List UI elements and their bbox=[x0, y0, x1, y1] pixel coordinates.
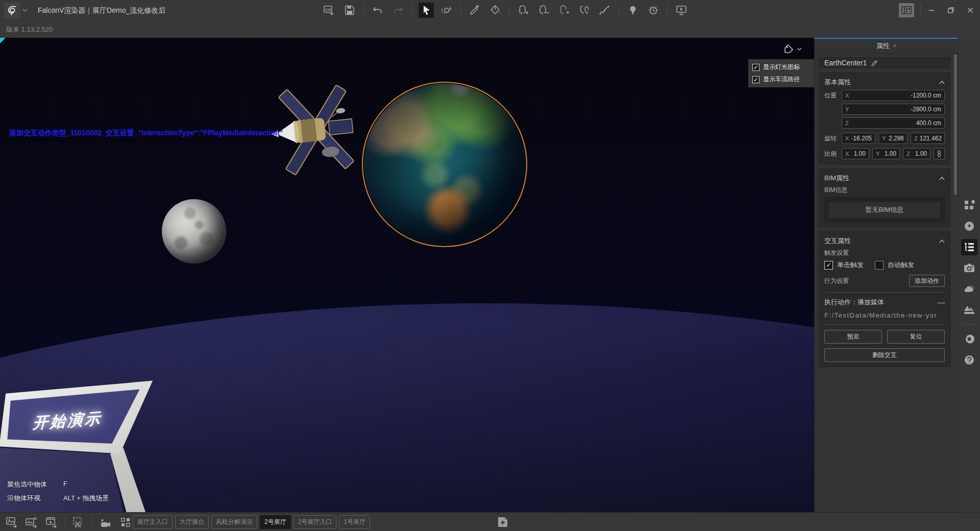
axis-label: Y bbox=[845, 106, 849, 112]
collapse-chevron-icon[interactable] bbox=[939, 81, 945, 84]
bim-empty-text: 暂无BIM信息 bbox=[829, 202, 940, 218]
scale-x-field[interactable]: X 1.00 bbox=[842, 148, 869, 159]
position-y-field[interactable]: Y -2800.0 cm bbox=[842, 104, 945, 115]
sequencer-tool-button[interactable] bbox=[646, 3, 661, 18]
outliner-properties-button[interactable] bbox=[961, 239, 977, 255]
terrain-button[interactable] bbox=[961, 302, 977, 318]
light-tool-button[interactable] bbox=[625, 3, 641, 18]
rotation-z-field[interactable]: Z 121.462 bbox=[911, 133, 945, 144]
scale-z-field[interactable]: Z 1.00 bbox=[903, 148, 930, 159]
app-logo-icon bbox=[4, 2, 20, 18]
axis-label: X bbox=[845, 151, 849, 157]
axis-label: Z bbox=[845, 120, 849, 126]
rename-pencil-icon[interactable] bbox=[871, 59, 878, 67]
version-label: 版本 1.13.2.520 bbox=[6, 25, 53, 34]
tab-viewpoint-3[interactable]: 2号展厅 bbox=[260, 515, 291, 529]
collapse-chevron-icon[interactable] bbox=[939, 177, 945, 180]
axis-label: X bbox=[845, 92, 849, 99]
panel-scrollbar[interactable] bbox=[954, 54, 957, 508]
display-options-button[interactable] bbox=[784, 44, 802, 54]
export-image-ai-button[interactable]: AI bbox=[24, 515, 39, 530]
paint-bucket-tool-button[interactable] bbox=[487, 3, 503, 18]
viewport-3d[interactable]: 开始演示 添加交互动作类型_11010002_交互设置_"Interaction… bbox=[0, 38, 814, 512]
auto-trigger-label: 自动触发 bbox=[888, 260, 914, 270]
add-action-button[interactable]: 添加动作 bbox=[909, 275, 945, 287]
behavior-settings-label: 行为设置 bbox=[824, 277, 849, 285]
click-trigger-checkbox[interactable] bbox=[824, 261, 833, 270]
undo-button[interactable] bbox=[370, 3, 385, 18]
checkbox-checked-icon[interactable] bbox=[752, 76, 760, 83]
collapse-chevron-icon[interactable] bbox=[939, 239, 945, 243]
remove-action-button[interactable]: — bbox=[938, 298, 945, 306]
foliage-paint-tool-button[interactable] bbox=[577, 3, 592, 18]
toolbar-separator bbox=[667, 4, 668, 16]
export-exe-button[interactable]: EXE bbox=[322, 3, 337, 18]
app-window: FalconV渲染器｜展厅Demo_流化修改后 EXE bbox=[0, 0, 980, 531]
redo-button[interactable] bbox=[390, 3, 406, 18]
scale-link-toggle[interactable] bbox=[934, 148, 945, 159]
help-button[interactable] bbox=[961, 352, 977, 368]
auto-trigger-checkbox[interactable] bbox=[875, 261, 884, 270]
settings-button[interactable] bbox=[961, 331, 977, 347]
tab-viewpoint-4[interactable]: 2号展厅入口 bbox=[293, 515, 337, 529]
viewport-corner-marker bbox=[0, 38, 6, 43]
position-label: 位置 bbox=[824, 91, 839, 100]
bottom-bar: AI 展厅主入口 大厅展台 风机分解演示 2号展厅 2号展厅入口 1号展厅 bbox=[0, 512, 980, 531]
rotation-y-field[interactable]: Y 2.286 bbox=[878, 133, 908, 144]
foliage-select-add-tool-button[interactable] bbox=[556, 3, 572, 18]
strip-separator bbox=[962, 324, 977, 325]
toolbar-separator bbox=[65, 516, 65, 528]
delete-interaction-button[interactable]: 删除交互 bbox=[824, 348, 945, 362]
orbit-tool-button[interactable] bbox=[439, 3, 454, 18]
scene-earth[interactable] bbox=[364, 84, 525, 245]
present-screen-button[interactable] bbox=[674, 3, 689, 18]
material-sphere-button[interactable] bbox=[961, 218, 977, 234]
add-camera-button[interactable] bbox=[98, 515, 113, 530]
checkbox-checked-icon[interactable] bbox=[752, 64, 760, 71]
position-z-field[interactable]: Z 400.0 cm bbox=[842, 117, 945, 129]
scale-y-field[interactable]: Y 1.00 bbox=[872, 148, 900, 159]
tab-viewpoint-2[interactable]: 风机分解演示 bbox=[211, 515, 257, 529]
layout-panels-button[interactable] bbox=[899, 3, 914, 17]
select-tool-button[interactable] bbox=[419, 3, 434, 18]
restore-button[interactable] bbox=[941, 0, 961, 20]
preview-button[interactable]: 预览 bbox=[824, 330, 882, 344]
camera-button[interactable] bbox=[961, 260, 977, 276]
position-x-field[interactable]: X -1200.0 cm bbox=[842, 90, 945, 101]
tab-close-icon[interactable]: × bbox=[893, 42, 896, 50]
spline-path-tool-button[interactable] bbox=[597, 3, 612, 18]
save-button[interactable] bbox=[342, 3, 357, 18]
tab-properties[interactable]: 属性 bbox=[876, 41, 890, 51]
section-title: BIM属性 bbox=[824, 174, 849, 183]
field-value: -16.205 bbox=[851, 135, 872, 142]
field-value: 1.00 bbox=[851, 150, 866, 157]
tab-viewpoint-0[interactable]: 展厅主入口 bbox=[133, 515, 173, 529]
viewpoint-grid-button[interactable] bbox=[118, 515, 133, 530]
assets-library-button[interactable] bbox=[961, 197, 977, 213]
export-image-button[interactable] bbox=[4, 515, 19, 530]
action-media-path: F:/TestData/Media/the-new-yor bbox=[824, 311, 945, 319]
toolbar-separator bbox=[92, 516, 92, 528]
foliage-add-tool-button[interactable] bbox=[516, 3, 531, 18]
option-show-light-icons[interactable]: 显示灯光图标 bbox=[752, 63, 814, 71]
crop-capture-button[interactable] bbox=[71, 515, 86, 530]
export-video-button[interactable] bbox=[44, 515, 59, 530]
scale-label: 比例 bbox=[824, 150, 839, 158]
scene-moon[interactable] bbox=[162, 199, 226, 263]
foliage-remove-tool-button[interactable] bbox=[536, 3, 551, 18]
rotation-x-field[interactable]: X -16.205 bbox=[842, 133, 875, 144]
option-show-traffic-paths[interactable]: 显示车流路径 bbox=[752, 75, 814, 84]
app-menu-button[interactable] bbox=[4, 2, 31, 18]
exe-label: EXE bbox=[326, 8, 332, 11]
scrollbar-thumb[interactable] bbox=[954, 54, 957, 195]
divider bbox=[824, 324, 945, 325]
close-button[interactable] bbox=[961, 0, 980, 20]
weather-environment-button[interactable] bbox=[961, 281, 977, 297]
section-interaction-properties: 交互属性 触发设置 单击触发 自动触发 行为设置 添加动作 执行动作：播放媒体 bbox=[819, 231, 950, 367]
reset-button[interactable]: 复位 bbox=[887, 330, 945, 344]
tab-viewpoint-5[interactable]: 1号展厅 bbox=[339, 515, 370, 529]
add-viewpoint-button[interactable] bbox=[497, 516, 509, 528]
eyedropper-tool-button[interactable] bbox=[467, 3, 482, 18]
tab-viewpoint-1[interactable]: 大厅展台 bbox=[175, 515, 209, 529]
minimize-button[interactable] bbox=[922, 0, 941, 20]
